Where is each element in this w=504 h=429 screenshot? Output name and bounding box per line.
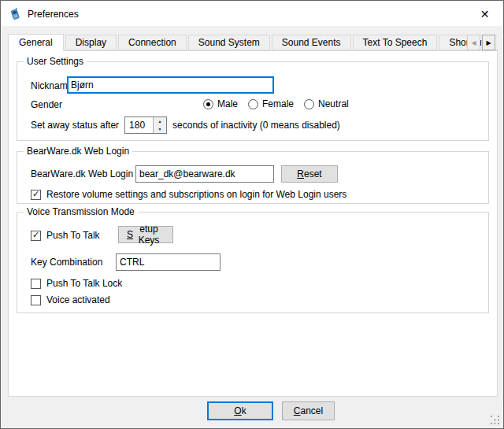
web-login-id-label: BearWare.dk Web Login ID (31, 168, 145, 179)
voice-activated-checkbox[interactable] (31, 295, 41, 305)
gender-female-label: Female (262, 98, 294, 109)
tab-general[interactable]: General (8, 34, 64, 51)
push-to-talk-label: Push To Talk (46, 230, 100, 241)
gender-radio-group: Male Female Neutral (203, 98, 349, 110)
away-status-suffix-label: seconds of inactivity (0 means disabled) (172, 120, 340, 131)
cancel-button[interactable]: Cancel (282, 401, 335, 420)
gender-male-label: Male (217, 98, 238, 109)
reset-button[interactable]: Reset (281, 165, 338, 183)
spinner-down-icon[interactable]: ▼ (154, 125, 166, 133)
radio-male-icon (203, 99, 213, 109)
tab-scroll-left-icon[interactable]: ◀ (467, 35, 480, 50)
push-to-talk-lock-label: Push To Talk Lock (46, 278, 122, 289)
push-to-talk-checkbox[interactable]: ✓ (31, 231, 41, 241)
key-combination-input[interactable] (116, 253, 220, 271)
preferences-dialog: Preferences ✕ General Display Connection… (0, 0, 504, 429)
gender-radio-neutral[interactable]: Neutral (304, 98, 349, 109)
tab-scroll-buttons: ◀ ▶ (465, 35, 495, 50)
voice-activated-label: Voice activated (46, 294, 110, 305)
spinner-arrows: ▲ ▼ (153, 117, 166, 133)
away-status-label: Set away status after (31, 120, 119, 131)
voice-transmission-group: Voice Transmission Mode ✓ Push To Talk S… (17, 212, 489, 313)
nickname-input[interactable] (67, 76, 274, 94)
checkmark-icon: ✓ (32, 231, 39, 239)
push-to-talk-checkbox-row[interactable]: ✓ Push To Talk (31, 229, 100, 242)
tab-bar: General Display Connection Sound System … (8, 34, 498, 51)
away-seconds-value: 180 (125, 117, 153, 133)
teamtalk-app-icon (9, 8, 21, 20)
radio-neutral-icon (304, 99, 314, 109)
push-to-talk-lock-checkbox[interactable] (31, 279, 41, 289)
gender-neutral-label: Neutral (318, 98, 349, 109)
tab-sound-system[interactable]: Sound System (188, 35, 270, 50)
web-login-title: BearWare.dk Web Login (24, 146, 132, 157)
voice-transmission-title: Voice Transmission Mode (24, 206, 138, 217)
tab-connection[interactable]: Connection (118, 35, 187, 50)
window-title: Preferences (28, 9, 79, 20)
tab-scroll-right-icon[interactable]: ▶ (482, 35, 495, 50)
web-login-group: BearWare.dk Web Login BearWare.dk Web Lo… (17, 151, 489, 204)
key-combination-label: Key Combination (31, 257, 102, 268)
checkmark-icon: ✓ (32, 190, 39, 198)
tab-text-to-speech[interactable]: Text To Speech (353, 35, 438, 50)
tab-sound-events[interactable]: Sound Events (272, 35, 351, 50)
general-tab-page: User Settings Nickname Gender Male Femal… (8, 50, 498, 397)
gender-radio-female[interactable]: Female (248, 98, 294, 109)
close-icon[interactable]: ✕ (467, 2, 502, 26)
restore-volume-checkbox[interactable]: ✓ (31, 190, 41, 200)
away-seconds-spinner[interactable]: 180 ▲ ▼ (124, 116, 167, 134)
restore-volume-checkbox-row[interactable]: ✓ Restore volume settings and subscripti… (31, 188, 346, 201)
ok-button[interactable]: Ok (207, 401, 273, 420)
gender-label: Gender (31, 99, 62, 110)
push-to-talk-lock-checkbox-row[interactable]: Push To Talk Lock (31, 277, 122, 290)
restore-volume-label: Restore volume settings and subscription… (46, 189, 346, 200)
voice-activated-checkbox-row[interactable]: Voice activated (31, 294, 110, 306)
radio-female-icon (248, 99, 258, 109)
gender-radio-male[interactable]: Male (203, 98, 238, 109)
resize-grip[interactable] (491, 416, 500, 425)
user-settings-title: User Settings (24, 56, 87, 67)
tab-display[interactable]: Display (65, 35, 117, 50)
spinner-up-icon[interactable]: ▲ (154, 117, 166, 125)
titlebar[interactable]: Preferences ✕ (2, 2, 502, 26)
web-login-id-input[interactable] (135, 165, 274, 183)
setup-keys-button[interactable]: Setup Keys (118, 226, 173, 243)
user-settings-group: User Settings Nickname Gender Male Femal… (17, 61, 489, 141)
